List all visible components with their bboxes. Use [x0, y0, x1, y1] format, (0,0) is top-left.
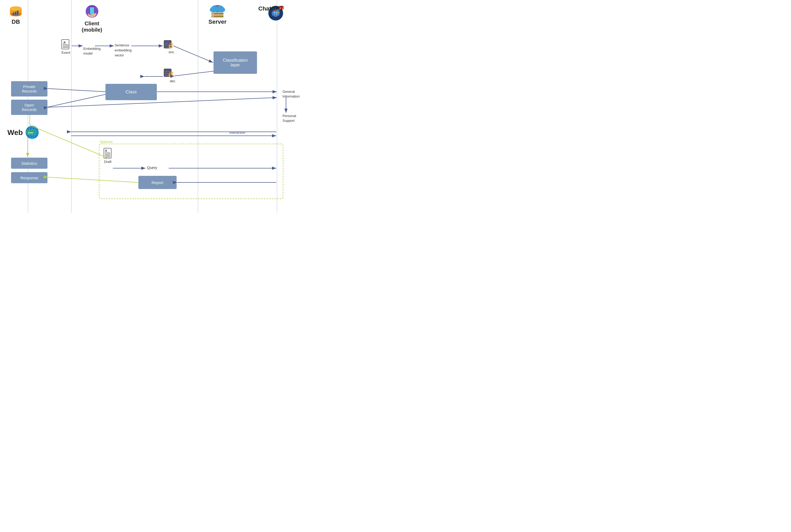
svg-point-3	[10, 6, 22, 11]
svg-rect-6	[17, 11, 18, 15]
svg-point-30	[276, 15, 277, 17]
web-label: Web	[7, 128, 23, 137]
db-icon	[8, 5, 24, 18]
private-records-box: PrivateRecords	[11, 81, 47, 96]
response-box: Response	[11, 172, 47, 183]
svg-point-29	[278, 12, 279, 14]
dec-icon-container: 10110 01001 11010	[163, 67, 173, 79]
db-label: DB	[12, 18, 20, 25]
draft-container: A Draft	[103, 148, 113, 164]
svg-line-70	[173, 46, 213, 62]
draft-label: Draft	[103, 160, 113, 164]
dec-label: dec	[170, 79, 175, 83]
event-label: Event	[61, 51, 71, 55]
client-header: Client(mobile)	[82, 4, 102, 33]
optional-label: Optional	[100, 140, 112, 144]
open-records-box: OpenRecords	[11, 100, 47, 115]
enc-icon: 10110 01001 11010	[163, 38, 173, 50]
server-icon	[208, 4, 227, 18]
db-header: DB	[8, 5, 24, 25]
optional-box	[99, 144, 283, 199]
svg-point-43	[170, 46, 171, 47]
svg-rect-5	[15, 12, 16, 15]
report-box: Report	[138, 176, 177, 189]
sentence-embedding-label: Sentenceembeddingvector	[115, 43, 132, 58]
enc-icon-container: 10110 01001 11010	[163, 38, 173, 51]
svg-point-21	[221, 16, 223, 17]
svg-point-13	[218, 7, 225, 13]
svg-rect-9	[90, 7, 94, 15]
query-label: Query	[147, 165, 157, 170]
svg-point-49	[170, 74, 171, 75]
svg-text:10110: 10110	[165, 42, 170, 44]
chatgpt-label: ChatGPT	[258, 5, 283, 12]
svg-line-73	[48, 89, 105, 92]
server-header: Server	[208, 4, 227, 25]
svg-line-71	[174, 71, 213, 76]
personal-support-container: PersonalSupport	[283, 113, 296, 123]
draft-doc-icon: A	[103, 148, 113, 159]
server-label: Server	[209, 18, 227, 25]
client-vline	[71, 0, 72, 213]
svg-text:www: www	[28, 132, 33, 134]
svg-text:A: A	[63, 41, 66, 44]
svg-rect-19	[212, 16, 214, 17]
web-container: Web www	[7, 125, 40, 140]
classification-layer-box: Classification layer	[213, 52, 257, 74]
svg-line-76	[47, 97, 277, 107]
statistics-box: Statistics	[11, 158, 47, 169]
svg-rect-18	[212, 13, 214, 14]
globe-icon: www	[25, 125, 40, 140]
class-box: Class	[105, 84, 157, 100]
svg-text:A: A	[105, 149, 107, 153]
dec-icon: 10110 01001 11010	[163, 67, 173, 78]
svg-rect-4	[13, 13, 14, 15]
event-doc-icon: A	[61, 39, 71, 50]
svg-line-86	[30, 125, 108, 158]
general-info-container: GeneralInformation	[283, 89, 300, 99]
svg-point-20	[221, 13, 223, 14]
interaction-label: Interaction	[229, 130, 245, 135]
diagram: DB Client(mobile)	[0, 0, 316, 213]
embedding-model-label: Embedding model	[83, 46, 101, 56]
event-container: A Event	[61, 39, 71, 55]
svg-point-12	[210, 7, 217, 13]
chatgpt-header: AI ChatGPT	[258, 5, 283, 12]
svg-text:10110: 10110	[165, 70, 170, 72]
phone-icon	[85, 4, 99, 20]
svg-line-75	[48, 94, 105, 107]
client-label: Client(mobile)	[82, 20, 102, 33]
